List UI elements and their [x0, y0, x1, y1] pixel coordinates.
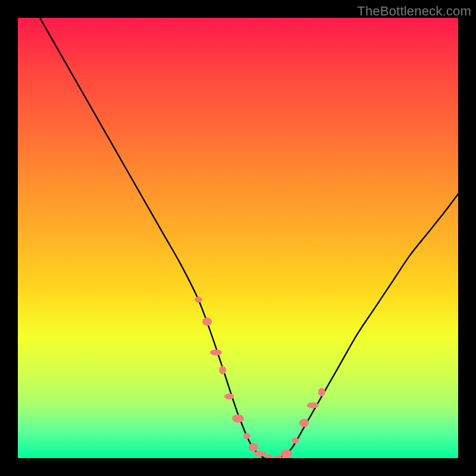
highlight-dot	[232, 414, 244, 422]
highlight-dot	[280, 450, 292, 458]
chart-svg	[18, 18, 458, 458]
highlight-dot	[254, 451, 266, 457]
watermark-text: TheBottleneck.com	[357, 4, 471, 19]
highlight-dot	[249, 443, 258, 452]
highlight-dot	[219, 366, 226, 374]
highlight-dot	[299, 419, 309, 427]
highlight-dots	[195, 297, 325, 458]
bottleneck-curve	[40, 18, 458, 458]
highlight-dot	[292, 437, 299, 443]
highlight-dot	[265, 454, 273, 458]
highlight-dot	[318, 388, 325, 396]
outer-frame: TheBottleneck.com	[0, 0, 476, 476]
highlight-dot	[273, 455, 283, 458]
plot-area	[18, 18, 458, 458]
highlight-dot	[243, 433, 250, 439]
highlight-dot	[202, 318, 212, 326]
highlight-dot	[195, 297, 202, 303]
highlight-dot	[210, 349, 222, 355]
highlight-dot	[224, 393, 234, 399]
highlight-dot	[307, 402, 319, 408]
